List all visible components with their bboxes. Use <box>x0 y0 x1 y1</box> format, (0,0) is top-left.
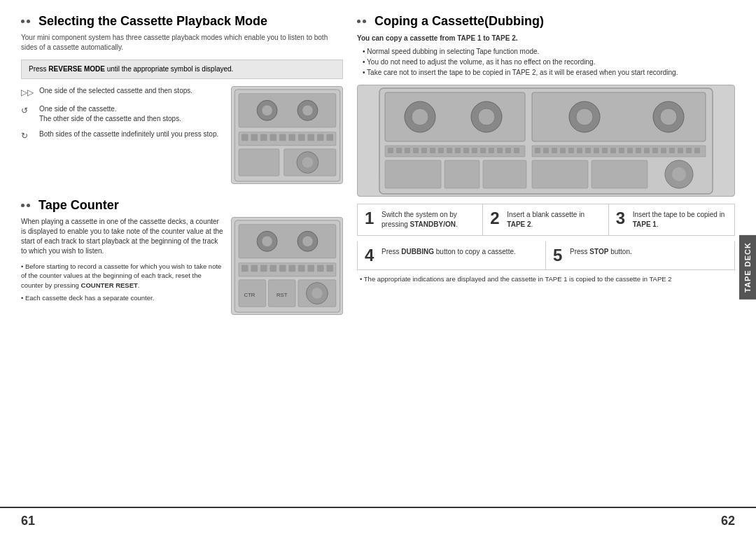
steps-grid-top: 1 Switch the system on by pressing STAND… <box>357 204 735 236</box>
svg-rect-36 <box>316 265 323 272</box>
svg-rect-95 <box>444 160 479 188</box>
svg-point-51 <box>478 108 495 125</box>
page-number-right: 62 <box>721 514 735 528</box>
svg-rect-85 <box>627 148 633 153</box>
playback-content: ▷▷ One side of the selected cassette and… <box>21 86 343 184</box>
copy-note-1: Normal speed dubbing in selecting Tape f… <box>363 46 735 57</box>
copy-note-3: Take care not to insert the tape to be c… <box>363 67 735 78</box>
svg-rect-83 <box>610 148 616 153</box>
step-3-text: Insert the tape to be copied in TAPE 1. <box>633 210 727 230</box>
svg-rect-87 <box>644 148 650 153</box>
svg-rect-31 <box>270 265 276 272</box>
svg-rect-71 <box>505 148 511 153</box>
svg-rect-90 <box>669 148 675 153</box>
svg-rect-22 <box>239 224 336 258</box>
page: Selecting the Cassette Playback Mode You… <box>0 0 756 534</box>
mode-text-1: One side of the selected cassette and th… <box>39 86 192 96</box>
svg-point-5 <box>302 105 312 115</box>
step-5-number: 5 <box>553 247 566 264</box>
svg-rect-75 <box>543 148 549 153</box>
tape-counter-text: When playing a cassette in one of the ca… <box>21 217 224 315</box>
step-4-text: Press DUBBING button to copy a cassette. <box>382 247 538 264</box>
tape-counter-title: Tape Counter <box>38 198 119 213</box>
mode-item-1: ▷▷ One side of the selected cassette and… <box>21 86 224 99</box>
copy-notes-list: Normal speed dubbing in selecting Tape f… <box>357 46 735 78</box>
svg-rect-28 <box>241 265 248 272</box>
svg-rect-77 <box>560 148 566 153</box>
svg-rect-65 <box>455 148 461 153</box>
device-svg-bottom: CTR RST <box>233 219 342 314</box>
svg-rect-89 <box>661 148 666 153</box>
svg-point-20 <box>302 157 312 167</box>
svg-rect-15 <box>316 134 323 141</box>
svg-rect-81 <box>594 148 599 153</box>
tape-counter-note-1: • Before starting to record a cassette f… <box>21 262 224 290</box>
step-2: 2 Insert a blank cassette in TAPE 2. <box>483 204 608 235</box>
svg-rect-33 <box>288 265 295 272</box>
step-1-number: 1 <box>365 210 377 230</box>
left-column: Selecting the Cassette Playback Mode You… <box>21 14 343 500</box>
copying-title: Coping a Cassette(Dubbing) <box>374 14 544 29</box>
tape-counter-header: Tape Counter <box>21 198 343 213</box>
svg-rect-58 <box>396 148 402 153</box>
svg-rect-61 <box>421 148 427 153</box>
tape-deck-sidebar: TAPE DECK <box>739 235 756 300</box>
svg-rect-1 <box>239 93 336 127</box>
main-content: Selecting the Cassette Playback Mode You… <box>0 0 756 507</box>
step-3-number: 3 <box>616 210 629 230</box>
step-1-text: Switch the system on by pressing STANDBY… <box>382 210 475 230</box>
step-4-number: 4 <box>365 247 377 264</box>
steps-grid-bottom: 4 Press DUBBING button to copy a cassett… <box>357 241 735 270</box>
svg-point-3 <box>261 105 272 115</box>
svg-rect-96 <box>483 160 526 188</box>
mode-text-2: One side of the cassette.The other side … <box>39 104 181 124</box>
tape-counter-description: When playing a cassette in one of the ca… <box>21 217 224 256</box>
svg-point-53 <box>576 108 593 125</box>
playback-bullet-icon <box>21 20 30 23</box>
right-column: Coping a Cassette(Dubbing) You can copy … <box>357 14 735 500</box>
svg-rect-72 <box>514 148 519 153</box>
svg-rect-78 <box>568 148 574 153</box>
svg-rect-12 <box>288 134 295 141</box>
tape-counter-content: When playing a cassette in one of the ca… <box>21 217 343 315</box>
svg-rect-70 <box>497 148 503 153</box>
tape-counter-section: Tape Counter When playing a cassette in … <box>21 198 343 315</box>
step-1: 1 Switch the system on by pressing STAND… <box>358 204 483 235</box>
svg-point-26 <box>302 236 312 246</box>
svg-rect-29 <box>251 265 258 272</box>
svg-rect-7 <box>241 134 248 141</box>
page-number-left: 61 <box>21 514 721 528</box>
copy-note-2: You do not need to adjust the volume, as… <box>363 57 735 67</box>
svg-rect-63 <box>438 148 444 153</box>
device-svg-top <box>233 88 342 183</box>
svg-point-42 <box>312 288 322 298</box>
copy-device-svg <box>378 87 714 195</box>
tape-deck-label: TAPE DECK <box>743 242 752 293</box>
svg-rect-64 <box>447 148 452 153</box>
svg-rect-60 <box>413 148 419 153</box>
svg-point-100 <box>672 167 686 181</box>
cassette-deck-image-bottom: CTR RST <box>231 217 343 315</box>
svg-point-55 <box>660 108 677 125</box>
copy-footnote-item-1: The appropriate indications are displaye… <box>360 274 735 283</box>
page-footer: 61 62 <box>0 507 756 534</box>
svg-rect-74 <box>535 148 540 153</box>
svg-text:CTR: CTR <box>244 291 255 297</box>
reverse-mode-box: Press REVERSE MODE until the appropriate… <box>21 59 343 79</box>
svg-rect-82 <box>602 148 608 153</box>
playback-description: Your mini component system has three cas… <box>21 33 343 52</box>
svg-rect-62 <box>430 148 435 153</box>
svg-rect-84 <box>619 148 624 153</box>
svg-rect-16 <box>326 134 333 141</box>
copying-header: Coping a Cassette(Dubbing) <box>357 14 735 29</box>
step-5-text: Press STOP button. <box>570 247 727 264</box>
svg-rect-10 <box>270 134 276 141</box>
step-5: 5 Press STOP button. <box>546 241 734 269</box>
step-2-number: 2 <box>490 210 503 230</box>
svg-rect-98 <box>592 160 648 188</box>
svg-rect-86 <box>636 148 641 153</box>
copy-device-image <box>357 85 735 197</box>
mode-item-3: ↻ Both sides of the cassette indefinitel… <box>21 129 224 142</box>
mode-icon-2: ↺ <box>21 105 35 117</box>
reverse-mode-label: REVERSE MODE <box>48 65 105 73</box>
